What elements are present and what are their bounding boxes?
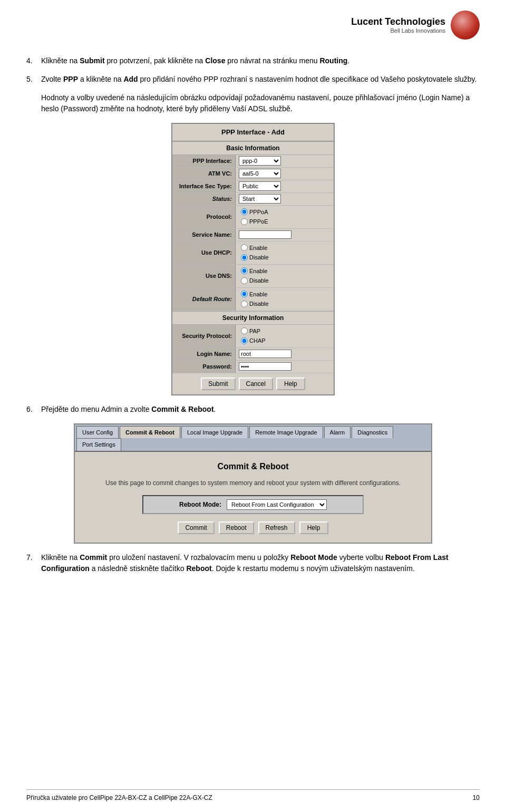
use-dns-label: Use DNS:	[172, 265, 236, 287]
service-name-input[interactable]	[239, 230, 291, 239]
tab-diagnostics[interactable]: Diagnostics	[352, 426, 393, 439]
login-name-value	[236, 349, 334, 360]
service-name-value	[236, 229, 334, 240]
protocol-pppoe-label: PPPoE	[249, 217, 268, 226]
default-route-radio-group: Enable Disable	[239, 289, 330, 310]
interface-sec-type-value: Public	[236, 180, 334, 192]
protocol-radio-group: PPPoA PPPoE	[239, 207, 330, 227]
login-name-row: Login Name:	[172, 348, 334, 361]
refresh-button[interactable]: Refresh	[258, 521, 295, 534]
use-dns-value: Enable Disable	[236, 265, 334, 287]
use-dns-radio-group: Enable Disable	[239, 266, 330, 286]
step-5: 5. Zvolte PPP a klikněte na Add pro přid…	[26, 74, 480, 85]
password-input[interactable]	[239, 362, 291, 371]
interface-sec-type-row: Interface Sec Type: Public	[172, 180, 334, 193]
password-label: Password:	[172, 361, 236, 373]
interface-sec-type-select[interactable]: Public	[239, 181, 281, 191]
step-7-number: 7.	[26, 552, 37, 574]
atm-vc-label: ATM VC:	[172, 168, 236, 180]
step-values-spacer	[26, 92, 37, 114]
dns-disable-radio[interactable]	[241, 277, 248, 284]
ppp-form-title: PPP Interface - Add	[172, 124, 334, 141]
service-name-row: Service Name:	[172, 229, 334, 241]
logo-circle	[451, 11, 480, 40]
protocol-pppoa-radio[interactable]	[241, 208, 248, 215]
ppp-form-buttons: Submit Cancel Help	[172, 373, 334, 394]
pap-item: PAP	[241, 327, 328, 336]
service-name-label: Service Name:	[172, 229, 236, 241]
reboot-mode-label: Reboot Mode:	[179, 500, 221, 509]
tab-local-image[interactable]: Local Image Upgrade	[181, 426, 248, 439]
login-name-label: Login Name:	[172, 348, 236, 360]
login-name-input[interactable]	[239, 350, 291, 358]
atm-vc-row: ATM VC: aal5-0	[172, 168, 334, 180]
status-row: Status: Start	[172, 193, 334, 206]
status-select[interactable]: Start	[239, 194, 281, 204]
ppp-cancel-button[interactable]: Cancel	[239, 378, 273, 390]
pap-label: PAP	[249, 327, 260, 336]
tab-user-config[interactable]: User Config	[76, 426, 119, 439]
use-dhcp-row: Use DHCP: Enable Disable	[172, 241, 334, 265]
status-value: Start	[236, 193, 334, 205]
chap-radio[interactable]	[241, 337, 248, 344]
commit-content: Commit & Reboot Use this page to commit …	[75, 452, 431, 543]
default-route-value: Enable Disable	[236, 288, 334, 311]
footer-left-text: Příručka uživatele pro CellPipe 22A-BX-C…	[26, 794, 212, 801]
default-route-label: Default Route:	[172, 288, 236, 311]
reboot-button[interactable]: Reboot	[219, 521, 254, 534]
reboot-mode-select[interactable]: Reboot From Last Configuration	[227, 499, 327, 510]
dns-enable-radio[interactable]	[241, 267, 248, 274]
protocol-row: Protocol: PPPoA PPPoE	[172, 206, 334, 229]
dns-disable-label: Disable	[249, 276, 269, 285]
protocol-pppoe-radio[interactable]	[241, 218, 248, 225]
route-disable-radio[interactable]	[241, 301, 248, 307]
atm-vc-select[interactable]: aal5-0	[239, 169, 281, 178]
main-content: 4. Klikněte na Submit pro potvrzení, pak…	[26, 55, 480, 574]
tab-port-settings[interactable]: Port Settings	[76, 438, 121, 451]
step-values: Hodnoty a volby uvedené na následujícím …	[26, 92, 480, 114]
pap-radio[interactable]	[241, 327, 248, 334]
reboot-mode-row: Reboot Mode: Reboot From Last Configurat…	[142, 495, 364, 514]
security-protocol-row: Security Protocol: PAP CHAP	[172, 325, 334, 348]
default-route-row: Default Route: Enable Disable	[172, 288, 334, 311]
protocol-pppoe-item: PPPoE	[241, 217, 328, 226]
ppp-form-screenshot: PPP Interface - Add Basic Information PP…	[171, 123, 335, 395]
chap-label: CHAP	[249, 336, 266, 345]
dhcp-disable-item: Disable	[241, 253, 328, 262]
ppp-interface-label: PPP Interface:	[172, 155, 236, 167]
commit-buttons: Commit Reboot Refresh Help	[83, 521, 423, 534]
protocol-pppoa-label: PPPoA	[249, 208, 268, 217]
dhcp-enable-item: Enable	[241, 244, 328, 253]
tab-alarm[interactable]: Alarm	[324, 426, 351, 439]
tab-commit-reboot[interactable]: Commit & Reboot	[120, 426, 180, 439]
basic-info-header: Basic Information	[172, 141, 334, 155]
step-values-text: Hodnoty a volby uvedené na následujícím …	[41, 92, 480, 114]
step-4-number: 4.	[26, 55, 37, 66]
commit-desc: Use this page to commit changes to syste…	[83, 478, 423, 488]
step-5-number: 5.	[26, 74, 37, 85]
commit-button[interactable]: Commit	[178, 521, 214, 534]
security-protocol-label: Security Protocol:	[172, 325, 236, 347]
logo-text: Lucent Technologies Bell Labs Innovation…	[351, 16, 445, 34]
ppp-help-button[interactable]: Help	[276, 378, 305, 390]
dns-disable-item: Disable	[241, 276, 328, 285]
step-7-text: Klikněte na Commit pro uložení nastavení…	[41, 552, 480, 574]
step-4-text: Klikněte na Submit pro potvrzení, pak kl…	[41, 55, 349, 66]
dhcp-enable-label: Enable	[249, 244, 267, 253]
step-7: 7. Klikněte na Commit pro uložení nastav…	[26, 552, 480, 574]
commit-help-button[interactable]: Help	[299, 521, 328, 534]
route-disable-item: Disable	[241, 299, 328, 308]
route-disable-label: Disable	[249, 299, 269, 308]
use-dhcp-label: Use DHCP:	[172, 241, 236, 264]
nav-tabs-bar: User Config Commit & Reboot Local Image …	[75, 424, 431, 452]
dhcp-disable-radio[interactable]	[241, 254, 248, 261]
ppp-interface-select[interactable]: ppp-0	[239, 156, 281, 166]
security-info-header: Security Information	[172, 311, 334, 325]
chap-item: CHAP	[241, 336, 328, 345]
tab-remote-image[interactable]: Remote Image Upgrade	[249, 426, 323, 439]
protocol-pppoa-item: PPPoA	[241, 208, 328, 217]
protocol-value: PPPoA PPPoE	[236, 206, 334, 228]
dhcp-enable-radio[interactable]	[241, 244, 248, 251]
ppp-submit-button[interactable]: Submit	[201, 378, 235, 390]
route-enable-radio[interactable]	[241, 291, 248, 297]
